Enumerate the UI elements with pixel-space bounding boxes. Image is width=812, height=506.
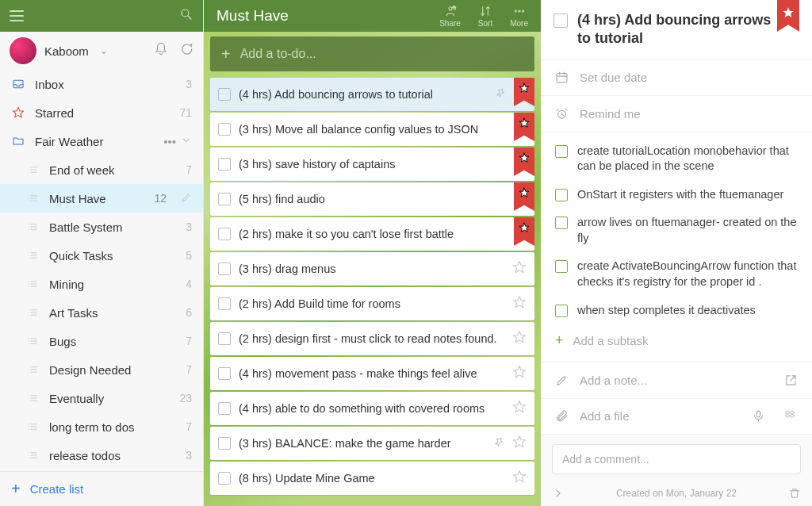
task-checkbox[interactable] [218, 193, 231, 205]
task-row[interactable]: (4 hrs) able to do something with covere… [210, 392, 534, 425]
sidebar-list-item[interactable]: release todos3 [0, 441, 203, 470]
subtask-checkbox[interactable] [555, 217, 568, 229]
external-icon[interactable] [784, 374, 798, 387]
detail-footer: Created on Mon, January 22 [541, 481, 812, 506]
close-detail-icon[interactable] [552, 487, 565, 500]
sidebar-list-item[interactable]: Art Tasks6 [0, 298, 203, 327]
star-outline-icon[interactable] [512, 470, 527, 487]
star-badge[interactable] [514, 113, 534, 141]
task-row[interactable]: (3 hrs) drag menus [210, 252, 534, 286]
task-checkbox[interactable] [218, 332, 231, 345]
chevron-down-icon[interactable] [181, 135, 192, 148]
sidebar-item-starred[interactable]: Starred 71 [0, 98, 203, 127]
comment-input[interactable]: Add a comment... [552, 444, 801, 474]
search-icon[interactable] [179, 7, 193, 25]
mic-icon[interactable] [752, 409, 765, 423]
star-outline-icon[interactable] [512, 400, 527, 417]
subtask-checkbox[interactable] [555, 305, 568, 317]
task-row[interactable]: (3 hrs) Move all balance config values t… [210, 113, 534, 146]
sort-button[interactable]: Sort [478, 5, 492, 28]
subtask-row[interactable]: create tutorialLocation monobehavior tha… [541, 137, 812, 181]
trash-icon[interactable] [788, 487, 801, 500]
list-label: Design Needed [49, 363, 131, 377]
task-list[interactable]: (4 hrs) Add bouncing arrows to tutorial(… [204, 78, 541, 506]
task-row[interactable]: (5 hrs) find audio [210, 182, 534, 216]
sidebar-list-item[interactable]: long term to dos7 [0, 412, 203, 441]
task-checkbox[interactable] [218, 263, 231, 275]
list-count: 3 [186, 220, 192, 233]
svg-marker-79 [519, 188, 529, 197]
folder-more-icon[interactable]: ••• [163, 135, 176, 148]
sidebar-list-item[interactable]: Bugs7 [0, 327, 203, 355]
sidebar-list-item[interactable]: Quick Tasks5 [0, 241, 203, 270]
detail-checkbox[interactable] [553, 13, 568, 28]
sidebar-list-item[interactable]: Battle System3 [0, 213, 203, 241]
bell-icon[interactable] [154, 42, 168, 59]
subtask-text: when step completes it deactivates [577, 303, 756, 319]
subtask-checkbox[interactable] [555, 189, 568, 201]
more-button[interactable]: More [510, 5, 528, 28]
task-checkbox[interactable] [218, 367, 231, 380]
task-row[interactable]: (2 hrs) Add Build time for rooms [210, 287, 534, 320]
sidebar-list-item[interactable]: Eventually23 [0, 384, 203, 412]
hamburger-icon[interactable] [10, 10, 24, 21]
task-row[interactable]: (3 hrs) save history of captains [210, 148, 534, 181]
detail-title[interactable]: (4 hrs) Add bouncing arrows to tutorial [577, 11, 772, 48]
add-note-button[interactable]: Add a note... [541, 362, 812, 398]
star-badge[interactable] [514, 78, 534, 106]
profile-row[interactable]: Kaboom ⌄ [0, 32, 203, 70]
sidebar-list-item[interactable]: Design Needed7 [0, 355, 203, 384]
star-outline-icon[interactable] [512, 330, 527, 347]
task-row[interactable]: (2 hrs) design first - must click to rea… [210, 322, 534, 355]
sidebar-list-item[interactable]: End of week7 [0, 155, 203, 184]
task-row[interactable]: (2 hrs) make it so you can't lose first … [210, 217, 534, 251]
dropbox-icon[interactable] [784, 409, 798, 423]
subtask-row[interactable]: arrow lives on ftuemanager- created on t… [541, 209, 812, 252]
svg-marker-77 [519, 118, 529, 127]
task-checkbox[interactable] [218, 158, 231, 171]
sidebar-folder[interactable]: Fair Weather ••• [0, 127, 203, 155]
share-button[interactable]: Share [439, 5, 461, 28]
subtask-row[interactable]: create ActivateBouncingArrow function th… [541, 252, 812, 296]
star-outline-icon[interactable] [512, 365, 527, 382]
subtask-checkbox[interactable] [555, 260, 568, 273]
add-todo-input[interactable]: + Add a to-do... [210, 36, 534, 71]
star-badge[interactable] [514, 148, 534, 176]
task-checkbox[interactable] [218, 472, 231, 485]
subtask-checkbox[interactable] [555, 145, 568, 158]
task-row[interactable]: (8 hrs) Update Mine Game [210, 462, 534, 495]
star-outline-icon[interactable] [512, 295, 527, 312]
sidebar-list-item[interactable]: Mining4 [0, 270, 203, 298]
inbox-icon [11, 78, 25, 90]
conversations-icon[interactable] [179, 42, 193, 59]
pencil-icon [555, 374, 569, 387]
calendar-icon [555, 71, 569, 84]
task-label: (3 hrs) drag menus [239, 263, 504, 275]
sidebar-item-inbox[interactable]: Inbox 3 [0, 70, 203, 98]
subtask-row[interactable]: OnStart it registers with the ftuemanage… [541, 181, 812, 209]
task-checkbox[interactable] [218, 88, 231, 101]
task-checkbox[interactable] [218, 402, 231, 415]
star-outline-icon[interactable] [512, 260, 527, 278]
due-date-button[interactable]: Set due date [541, 60, 812, 96]
pencil-icon[interactable] [181, 192, 192, 205]
subtask-row[interactable]: when step completes it deactivates [541, 297, 812, 325]
add-file-button[interactable]: Add a file [541, 399, 812, 435]
sidebar-list-item[interactable]: Must Have12 [0, 184, 203, 213]
task-row[interactable]: (4 hrs) movement pass - make things feel… [210, 357, 534, 390]
task-row[interactable]: (3 hrs) BALANCE: make the game harder [210, 427, 534, 460]
task-checkbox[interactable] [218, 437, 231, 450]
star-badge[interactable] [514, 217, 534, 246]
task-row[interactable]: (4 hrs) Add bouncing arrows to tutorial [210, 78, 534, 111]
task-checkbox[interactable] [218, 228, 231, 240]
remind-button[interactable]: Remind me [541, 96, 812, 132]
star-badge[interactable] [514, 182, 534, 211]
create-list-button[interactable]: + Create list [0, 471, 203, 506]
task-checkbox[interactable] [218, 297, 231, 310]
star-outline-icon[interactable] [512, 435, 527, 452]
add-subtask-button[interactable]: + Add a subtask [541, 324, 812, 357]
task-checkbox[interactable] [218, 123, 231, 136]
pin-icon [493, 436, 504, 450]
remind-label: Remind me [580, 107, 641, 121]
comment-placeholder: Add a comment... [562, 453, 649, 466]
